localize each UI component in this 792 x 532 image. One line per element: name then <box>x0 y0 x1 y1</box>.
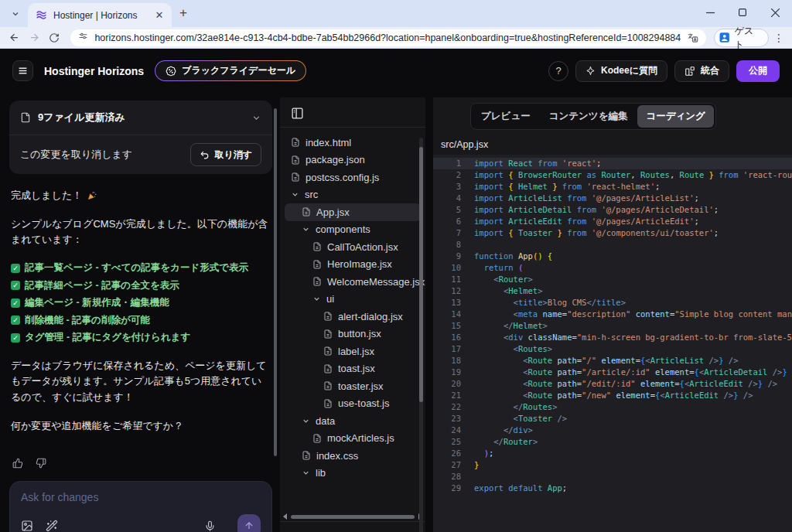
panel-layout-icon[interactable] <box>291 107 304 120</box>
code-line[interactable]: 29export default App; <box>433 483 792 494</box>
tree-file-button.jsx[interactable]: button.jsx <box>285 326 421 343</box>
tree-file-postcss.config.js[interactable]: postcss.config.js <box>285 169 421 186</box>
chat-scrollbar[interactable] <box>274 108 277 456</box>
scroll-left-icon[interactable] <box>282 513 288 520</box>
code-line[interactable]: 18 <Route path="/" element={<ArticleList… <box>433 355 792 367</box>
code-line[interactable]: 20 <Route path="/edit/:id" element={<Art… <box>433 378 792 390</box>
arrow-right-icon <box>29 32 40 43</box>
workspace-tab[interactable]: コーディング <box>637 105 713 128</box>
url-bar[interactable]: horizons.hostinger.com/32ae814e-c913-4cb… <box>70 29 706 46</box>
thumbs-down-button[interactable] <box>36 458 46 469</box>
tab-close-button[interactable]: ✕ <box>153 9 166 22</box>
new-tab-button[interactable]: + <box>179 5 187 21</box>
code-line[interactable]: 4import ArticleList from '@/pages/Articl… <box>433 193 792 204</box>
code-line[interactable]: 13 <title>Blog CMS</title> <box>433 297 792 309</box>
tree-folder-data[interactable]: data <box>285 412 421 430</box>
browser-tab[interactable]: Hostinger | Horizons ✕ <box>28 3 172 27</box>
tree-file-toaster.jsx[interactable]: toaster.jsx <box>285 377 421 395</box>
tree-file-label.jsx[interactable]: label.jsx <box>285 343 421 360</box>
browser-menu-button[interactable]: ⋮ <box>772 29 786 47</box>
line-number: 11 <box>433 274 461 285</box>
tree-file-alert-dialog.jsx[interactable]: alert-dialog.jsx <box>285 308 421 326</box>
code-line[interactable]: 5import ArticleDetail from '@/pages/Arti… <box>433 204 792 216</box>
code-line[interactable]: 1import React from 'react'; <box>433 158 792 169</box>
undo-label: 取り消す <box>214 148 252 162</box>
code-editor[interactable]: 1import React from 'react';2import { Bro… <box>433 155 792 532</box>
code-line[interactable]: 27} <box>433 459 792 471</box>
attach-image-button[interactable] <box>21 520 33 532</box>
code-line[interactable]: 2import { BrowserRouter as Router, Route… <box>433 169 792 181</box>
back-button[interactable] <box>6 29 23 47</box>
hamburger-icon <box>18 66 28 76</box>
help-button[interactable]: ? <box>548 61 568 81</box>
tree-file-index.css[interactable]: index.css <box>285 447 421 465</box>
code-line[interactable]: 16 <div className="min-h-screen bg-gradi… <box>433 332 792 343</box>
undo-button[interactable]: 取り消す <box>190 143 261 166</box>
tree-folder-src[interactable]: src <box>285 186 421 204</box>
line-number: 12 <box>433 285 461 297</box>
code-line[interactable]: 3import { Helmet } from 'react-helmet'; <box>433 181 792 193</box>
code-line[interactable]: 21 <Route path="/new" element={<ArticleE… <box>433 390 792 401</box>
thumbs-up-button[interactable] <box>12 458 23 469</box>
translate-icon[interactable] <box>687 32 698 43</box>
code-line[interactable]: 7import { Toaster } from '@/components/u… <box>433 227 792 239</box>
revert-text: この変更を取り消します <box>20 148 190 162</box>
magic-wand-button[interactable] <box>46 520 58 532</box>
forward-button[interactable] <box>26 29 43 47</box>
menu-button[interactable] <box>12 60 33 81</box>
send-button[interactable] <box>237 514 261 532</box>
tree-file-toast.jsx[interactable]: toast.jsx <box>285 360 421 378</box>
code-line[interactable]: 12 <Helmet> <box>433 285 792 297</box>
black-friday-promo-button[interactable]: ブラックフライデーセール <box>155 60 306 81</box>
code-line[interactable]: 26 ); <box>433 448 792 459</box>
feature-text: 記事一覧ページ - すべての記事をカード形式で表示 <box>25 261 248 275</box>
code-line[interactable]: 17 <Routes> <box>433 343 792 355</box>
code-line[interactable]: 6import ArticleEdit from '@/pages/Articl… <box>433 216 792 227</box>
tab-search-button[interactable] <box>6 5 25 23</box>
files-updated-header[interactable]: 9ファイル更新済み <box>9 101 272 135</box>
tree-file-HeroImage.jsx[interactable]: HeroImage.jsx <box>285 256 421 274</box>
tree-file-App.jsx[interactable]: App.jsx <box>285 203 421 221</box>
export-code-button[interactable]: コードをエクスポート <box>280 521 425 532</box>
workspace-tab[interactable]: コンテンツを編集 <box>541 105 637 128</box>
code-line[interactable]: 28 <box>433 471 792 483</box>
close-window-button[interactable] <box>764 3 786 22</box>
maximize-button[interactable] <box>732 3 753 22</box>
reload-button[interactable] <box>46 29 63 47</box>
app-title: Hostinger Horizons <box>44 65 144 77</box>
tree-horizontal-scrollbar[interactable] <box>280 512 425 521</box>
tree-file-package.json[interactable]: package.json <box>285 152 421 169</box>
tree-file-WelcomeMessage.jsx[interactable]: WelcomeMessage.jsx <box>285 273 421 291</box>
code-line[interactable]: 15 </Helmet> <box>433 320 792 332</box>
tree-scrollbar[interactable] <box>419 147 423 402</box>
ask-kodee-button[interactable]: Kodeeに質問 <box>575 60 667 82</box>
workspace-tab[interactable]: プレビュー <box>473 105 539 128</box>
code-line[interactable]: 10 return ( <box>433 262 792 274</box>
code-line[interactable]: 8 <box>433 239 792 251</box>
code-line-text: <meta name="description" content="Simple… <box>474 309 792 320</box>
code-line[interactable]: 11 <Router> <box>433 274 792 285</box>
code-line[interactable]: 25 </Router> <box>433 436 792 448</box>
tree-hscroll-thumb[interactable] <box>291 515 415 519</box>
tree-file-CallToAction.jsx[interactable]: CallToAction.jsx <box>285 238 421 256</box>
tree-file-index.html[interactable]: index.html <box>285 134 421 152</box>
mic-button[interactable] <box>204 520 216 532</box>
tree-file-use-toast.js[interactable]: use-toast.js <box>285 395 421 413</box>
code-line[interactable]: 23 <Toaster /> <box>433 413 792 425</box>
code-line[interactable]: 22 </Routes> <box>433 401 792 413</box>
chat-input-actions <box>21 514 261 532</box>
tree-folder-lib[interactable]: lib <box>285 465 421 483</box>
code-line[interactable]: 19 <Route path="/article/:id" element={<… <box>433 367 792 378</box>
code-line[interactable]: 24 </div> <box>433 425 792 436</box>
integrations-button[interactable]: 統合 <box>674 60 729 82</box>
tree-folder-ui[interactable]: ui <box>285 291 421 309</box>
tree-file-mockArticles.js[interactable]: mockArticles.js <box>285 430 421 448</box>
profile-button[interactable]: ゲスト <box>714 29 769 47</box>
code-line[interactable]: 9function App() { <box>433 251 792 262</box>
chevron-down-icon[interactable] <box>251 113 261 123</box>
minimize-button[interactable] <box>699 3 721 22</box>
code-line[interactable]: 14 <meta name="description" content="Sim… <box>433 309 792 320</box>
publish-button[interactable]: 公開 <box>736 60 780 82</box>
tree-folder-components[interactable]: components <box>285 221 421 239</box>
chat-input[interactable] <box>21 491 261 503</box>
